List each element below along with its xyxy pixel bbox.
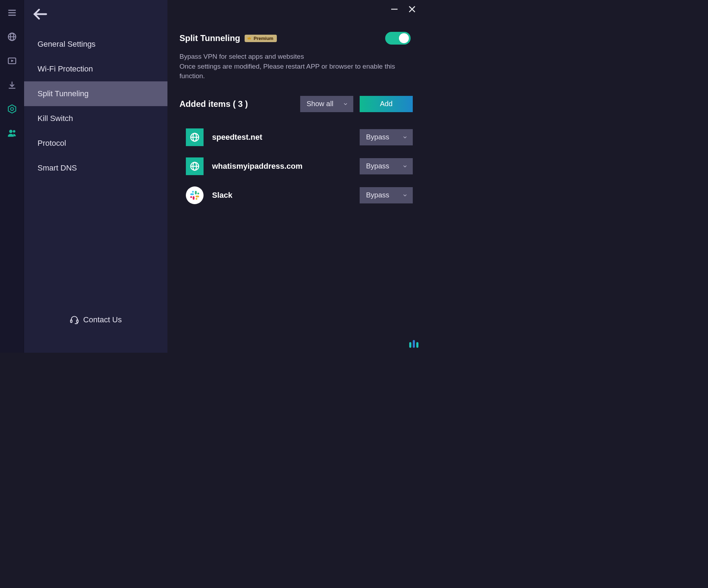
filter-dropdown[interactable]: Show all (300, 96, 353, 112)
download-icon[interactable] (7, 80, 17, 90)
nav-general-settings[interactable]: General Settings (24, 32, 167, 57)
settings-nav-list: General Settings Wi-Fi Protection Split … (24, 32, 167, 315)
item-name: whatismyipaddress.com (212, 162, 351, 171)
svg-rect-31 (190, 193, 194, 195)
main-content: Split Tunneling Premium Bypass VPN for s… (167, 0, 425, 353)
globe-icon[interactable] (7, 32, 17, 42)
filter-label: Show all (307, 100, 333, 108)
desc-line1: Bypass VPN for select apps and websites (179, 52, 406, 62)
svg-point-26 (198, 192, 199, 194)
svg-rect-27 (196, 195, 199, 197)
added-items-heading: Added items ( 3 ) (179, 99, 294, 109)
svg-point-12 (13, 130, 15, 133)
page-description: Bypass VPN for select apps and websites … (179, 52, 406, 81)
back-button[interactable] (33, 6, 48, 22)
item-action-label: Bypass (366, 133, 389, 141)
desc-line2: Once settings are modified, Please resta… (179, 62, 406, 81)
add-button[interactable]: Add (360, 96, 413, 112)
svg-point-28 (196, 198, 198, 200)
settings-sidebar: General Settings Wi-Fi Protection Split … (24, 0, 167, 353)
nav-smart-dns[interactable]: Smart DNS (24, 156, 167, 180)
item-action-label: Bypass (366, 191, 389, 199)
svg-marker-9 (8, 105, 16, 113)
premium-label: Premium (254, 36, 274, 41)
svg-rect-25 (195, 191, 197, 194)
svg-point-32 (192, 191, 194, 192)
enable-toggle[interactable] (385, 32, 411, 45)
page-title: Split Tunneling (179, 33, 240, 43)
contact-us-button[interactable]: Contact Us (24, 315, 167, 353)
premium-badge: Premium (245, 35, 277, 42)
globe-icon (186, 128, 204, 146)
svg-point-11 (9, 130, 12, 133)
minimize-button[interactable] (390, 5, 399, 13)
nav-wifi-protection[interactable]: Wi-Fi Protection (24, 57, 167, 81)
item-action-label: Bypass (366, 162, 389, 170)
slack-icon (186, 186, 204, 204)
toggle-knob (399, 33, 409, 43)
chevron-down-icon (402, 192, 408, 198)
nav-kill-switch[interactable]: Kill Switch (24, 106, 167, 131)
svg-rect-29 (193, 196, 194, 200)
svg-marker-7 (11, 60, 13, 62)
menu-icon[interactable] (7, 8, 17, 18)
svg-point-30 (190, 196, 192, 198)
svg-point-10 (10, 108, 13, 110)
icon-rail (0, 0, 24, 353)
item-action-dropdown[interactable]: Bypass (360, 158, 413, 174)
contact-us-label: Contact Us (83, 315, 122, 324)
crown-icon (247, 36, 252, 41)
list-item: Slack Bypass (179, 181, 413, 210)
item-action-dropdown[interactable]: Bypass (360, 187, 413, 203)
play-box-icon[interactable] (7, 56, 17, 66)
nav-protocol[interactable]: Protocol (24, 131, 167, 156)
brand-logo-icon (409, 340, 418, 348)
chevron-down-icon (343, 101, 348, 107)
items-list: speedtest.net Bypass whatismyipaddress.c… (179, 123, 413, 210)
item-name: speedtest.net (212, 133, 351, 142)
globe-icon (186, 157, 204, 175)
add-label: Add (380, 100, 393, 108)
chevron-down-icon (402, 134, 408, 140)
item-action-dropdown[interactable]: Bypass (360, 129, 413, 145)
list-item: speedtest.net Bypass (179, 123, 413, 152)
chevron-down-icon (402, 163, 408, 169)
close-button[interactable] (408, 5, 416, 13)
people-icon[interactable] (7, 128, 17, 138)
item-name: Slack (212, 191, 351, 200)
nav-split-tunneling[interactable]: Split Tunneling (24, 81, 167, 106)
list-item: whatismyipaddress.com Bypass (179, 152, 413, 181)
settings-hex-icon[interactable] (7, 104, 17, 114)
